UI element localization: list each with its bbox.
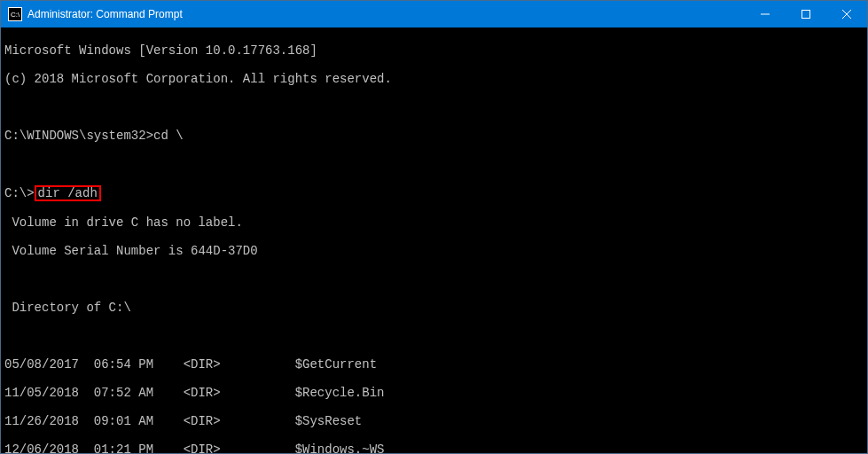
banner-line: Microsoft Windows [Version 10.0.17763.16…	[4, 43, 864, 58]
dir-entry: 11/26/2018 09:01 AM <DIR> $SysReset	[4, 414, 864, 428]
command-prompt-window: C:\ Administrator: Command Prompt Micros…	[0, 0, 868, 454]
dir-entry: 11/05/2018 07:52 AM <DIR> $Recycle.Bin	[4, 386, 864, 400]
command-text: dir /adh	[38, 186, 98, 200]
banner-line: (c) 2018 Microsoft Corporation. All righ…	[4, 72, 864, 86]
blank-line	[4, 272, 864, 286]
cmd-icon: C:\	[8, 7, 22, 21]
output-line: Volume Serial Number is 644D-37D0	[4, 244, 864, 258]
highlighted-command: dir /adh	[35, 185, 101, 201]
terminal-output[interactable]: Microsoft Windows [Version 10.0.17763.16…	[1, 27, 867, 453]
dir-entry: 12/06/2018 01:21 PM <DIR> $Windows.~WS	[4, 442, 864, 453]
prompt-line: C:\>dir /adh	[4, 185, 864, 201]
minimize-button[interactable]	[745, 1, 786, 27]
blank-line	[4, 157, 864, 171]
output-line: Directory of C:\	[4, 301, 864, 315]
maximize-button[interactable]	[786, 1, 826, 27]
output-line: Volume in drive C has no label.	[4, 215, 864, 230]
command-text: cd \	[153, 129, 184, 143]
prompt-line: C:\WINDOWS\system32>cd \	[4, 129, 864, 143]
prompt-path: C:\WINDOWS\system32>	[4, 129, 153, 143]
window-title: Administrator: Command Prompt	[27, 8, 745, 20]
window-controls	[745, 1, 867, 27]
prompt-path: C:\>	[4, 186, 35, 200]
cmd-icon-label: C:\	[11, 11, 20, 19]
dir-entry: 05/08/2017 06:54 PM <DIR> $GetCurrent	[4, 357, 864, 372]
titlebar[interactable]: C:\ Administrator: Command Prompt	[1, 1, 867, 27]
close-button[interactable]	[826, 1, 867, 27]
blank-line	[4, 329, 864, 343]
blank-line	[4, 100, 864, 114]
svg-rect-1	[802, 11, 810, 19]
